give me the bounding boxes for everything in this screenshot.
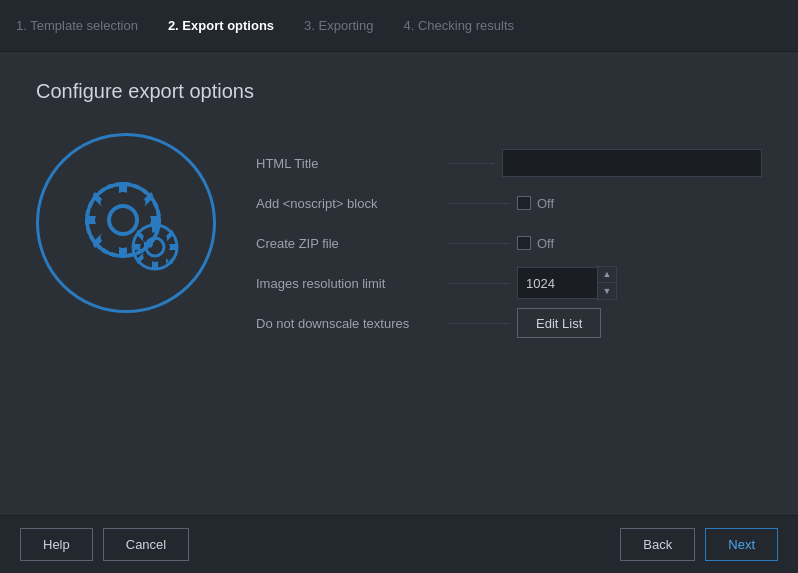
- cancel-button[interactable]: Cancel: [103, 528, 189, 561]
- step-4: 4. Checking results: [403, 18, 514, 33]
- resolution-label: Images resolution limit: [256, 276, 441, 291]
- edit-list-button[interactable]: Edit List: [517, 308, 601, 338]
- dots-5: [449, 323, 509, 324]
- dots-3: [449, 243, 509, 244]
- footer: Help Cancel Back Next: [0, 515, 798, 573]
- textures-control: Edit List: [517, 308, 601, 338]
- zip-label: Create ZIP file: [256, 236, 441, 251]
- svg-point-0: [109, 206, 137, 234]
- options-form: HTML Title Add <noscript> block Off Crea…: [256, 133, 762, 343]
- textures-row: Do not downscale textures Edit List: [256, 303, 762, 343]
- steps-bar: 1. Template selection 2. Export options …: [0, 0, 798, 52]
- dots-1: [449, 163, 494, 164]
- html-title-input[interactable]: [502, 149, 762, 177]
- zip-checkbox[interactable]: [517, 236, 531, 250]
- footer-right: Back Next: [620, 528, 778, 561]
- dots-4: [449, 283, 509, 284]
- zip-row: Create ZIP file Off: [256, 223, 762, 263]
- noscript-control: Off: [517, 196, 554, 211]
- resolution-input[interactable]: [517, 267, 597, 299]
- main-content: Configure export options: [0, 52, 798, 515]
- spinner-down-button[interactable]: ▼: [598, 283, 616, 299]
- noscript-off-label: Off: [537, 196, 554, 211]
- next-button[interactable]: Next: [705, 528, 778, 561]
- resolution-row: Images resolution limit ▲ ▼: [256, 263, 762, 303]
- page-title: Configure export options: [36, 80, 762, 103]
- html-title-control: [502, 149, 762, 177]
- svg-point-2: [87, 184, 159, 256]
- footer-left: Help Cancel: [20, 528, 189, 561]
- noscript-row: Add <noscript> block Off: [256, 183, 762, 223]
- noscript-checkbox[interactable]: [517, 196, 531, 210]
- step-2: 2. Export options: [168, 18, 274, 33]
- gears-icon: [61, 158, 191, 288]
- html-title-label: HTML Title: [256, 156, 441, 171]
- resolution-control: ▲ ▼: [517, 266, 617, 300]
- step-3: 3. Exporting: [304, 18, 373, 33]
- zip-off-label: Off: [537, 236, 554, 251]
- spinner-up-button[interactable]: ▲: [598, 267, 616, 283]
- noscript-label: Add <noscript> block: [256, 196, 441, 211]
- zip-control: Off: [517, 236, 554, 251]
- step-1: 1. Template selection: [16, 18, 138, 33]
- content-area: HTML Title Add <noscript> block Off Crea…: [36, 133, 762, 343]
- gear-icon-container: [36, 133, 216, 313]
- spinner-buttons: ▲ ▼: [597, 266, 617, 300]
- textures-label: Do not downscale textures: [256, 316, 441, 331]
- dots-2: [449, 203, 509, 204]
- resolution-spinner: ▲ ▼: [517, 266, 617, 300]
- html-title-row: HTML Title: [256, 143, 762, 183]
- help-button[interactable]: Help: [20, 528, 93, 561]
- back-button[interactable]: Back: [620, 528, 695, 561]
